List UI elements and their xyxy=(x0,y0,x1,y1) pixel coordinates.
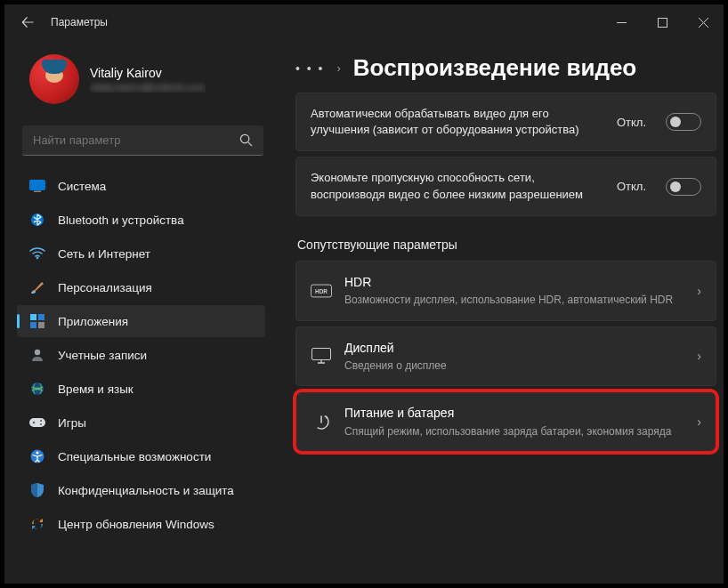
titlebar: Параметры xyxy=(4,4,724,40)
sidebar-item-privacy[interactable]: Конфиденциальность и защита xyxy=(17,474,265,506)
display-icon xyxy=(29,178,45,194)
sidebar-item-time-language[interactable]: Время и язык xyxy=(17,373,265,405)
user-name: Vitaliy Kairov xyxy=(90,66,206,80)
related-item-title: HDR xyxy=(344,274,684,292)
setting-auto-enhance-video: Автоматически обрабатывать видео для его… xyxy=(295,93,716,151)
sidebar-item-network[interactable]: Сеть и Интернет xyxy=(17,238,265,270)
sidebar-item-label: Игры xyxy=(58,416,86,430)
power-icon xyxy=(311,411,332,432)
page-title: Воспроизведение видео xyxy=(353,54,636,82)
sidebar-item-label: Центр обновления Windows xyxy=(58,518,214,531)
chevron-right-icon: › xyxy=(336,61,340,75)
related-item-subtitle: Спящий режим, использование заряда батар… xyxy=(344,424,684,439)
sidebar-item-accessibility[interactable]: Специальные возможности xyxy=(17,440,265,472)
svg-point-5 xyxy=(36,257,39,260)
update-icon xyxy=(29,516,45,532)
svg-rect-9 xyxy=(38,322,44,328)
sidebar-item-apps[interactable]: Приложения xyxy=(17,305,265,337)
svg-rect-6 xyxy=(30,314,36,320)
sidebar-item-system[interactable]: Система xyxy=(17,170,265,202)
minimize-button[interactable] xyxy=(601,4,642,40)
main-content[interactable]: • • • › Воспроизведение видео Автоматиче… xyxy=(276,40,724,584)
related-settings-heading: Сопутствующие параметры xyxy=(297,238,716,252)
window-title: Параметры xyxy=(51,16,108,28)
svg-rect-12 xyxy=(29,418,45,427)
sidebar-item-label: Специальные возможности xyxy=(58,450,211,463)
search-input[interactable] xyxy=(33,133,239,147)
sidebar-item-windows-update[interactable]: Центр обновления Windows xyxy=(17,508,265,540)
bluetooth-icon xyxy=(29,212,45,228)
svg-rect-8 xyxy=(30,322,36,328)
sidebar-item-label: Персонализация xyxy=(58,281,152,294)
related-item-subtitle: Сведения о дисплее xyxy=(344,358,684,373)
highlight-frame: Питание и батарея Спящий режим, использо… xyxy=(295,391,716,452)
monitor-icon xyxy=(311,345,332,366)
user-profile[interactable]: Vitaliy Kairov vitaliy.kairov@outlook.co… xyxy=(4,47,276,118)
setting-low-res-video: Экономьте пропускную способность сети, в… xyxy=(295,157,716,215)
svg-rect-0 xyxy=(658,18,667,27)
svg-rect-3 xyxy=(34,191,41,193)
sidebar-item-label: Система xyxy=(58,180,106,193)
sidebar-item-label: Сеть и Интернет xyxy=(58,247,150,261)
related-power-battery[interactable]: Питание и батарея Спящий режим, использо… xyxy=(295,391,716,452)
sidebar-item-bluetooth[interactable]: Bluetooth и устройства xyxy=(17,204,265,236)
related-item-title: Питание и батарея xyxy=(344,405,684,423)
settings-window: Параметры Vitaliy Kairov vitaliy.kairov@… xyxy=(4,4,724,584)
sidebar-item-label: Bluetooth и устройства xyxy=(58,213,184,227)
sidebar: Vitaliy Kairov vitaliy.kairov@outlook.co… xyxy=(4,40,276,584)
toggle-state-label: Откл. xyxy=(617,116,646,129)
svg-point-10 xyxy=(35,350,40,355)
svg-point-15 xyxy=(40,423,42,425)
maximize-icon xyxy=(658,18,667,28)
toggle-switch[interactable] xyxy=(666,113,701,131)
maximize-button[interactable] xyxy=(642,4,683,40)
brush-icon xyxy=(29,279,45,295)
sidebar-item-label: Конфиденциальность и защита xyxy=(58,484,234,497)
setting-label: Экономьте пропускную способность сети, в… xyxy=(311,170,604,202)
sidebar-item-label: Приложения xyxy=(58,315,128,328)
accessibility-icon xyxy=(29,448,45,464)
nav-list[interactable]: Система Bluetooth и устройства Сеть и Ин… xyxy=(4,168,276,584)
search-icon xyxy=(239,133,253,147)
setting-label: Автоматически обрабатывать видео для его… xyxy=(311,106,604,138)
breadcrumb-overflow[interactable]: • • • xyxy=(295,61,324,76)
svg-point-13 xyxy=(33,422,35,423)
svg-text:HDR: HDR xyxy=(315,287,328,294)
chevron-right-icon: › xyxy=(697,415,701,429)
apps-icon xyxy=(29,313,45,329)
user-email: vitaliy.kairov@outlook.com xyxy=(90,82,206,93)
minimize-icon xyxy=(617,18,627,28)
related-hdr[interactable]: HDR HDR Возможности дисплея, использован… xyxy=(295,261,716,321)
globe-icon xyxy=(29,381,45,397)
close-button[interactable] xyxy=(683,4,724,40)
sidebar-item-personalization[interactable]: Персонализация xyxy=(17,271,265,303)
arrow-left-icon xyxy=(21,16,34,28)
chevron-right-icon: › xyxy=(697,349,701,363)
svg-rect-20 xyxy=(312,349,331,360)
close-icon xyxy=(699,18,708,28)
related-item-subtitle: Возможности дисплея, использование HDR, … xyxy=(344,293,684,307)
search-box[interactable] xyxy=(22,125,263,156)
sidebar-item-label: Учетные записи xyxy=(58,349,147,362)
breadcrumb: • • • › Воспроизведение видео xyxy=(295,54,716,82)
sidebar-item-label: Время и язык xyxy=(58,383,133,396)
svg-point-14 xyxy=(40,420,42,422)
related-item-title: Дисплей xyxy=(344,340,684,358)
svg-point-17 xyxy=(36,451,38,454)
svg-point-1 xyxy=(240,134,248,142)
avatar xyxy=(29,54,79,104)
back-button[interactable] xyxy=(19,13,36,31)
sidebar-item-gaming[interactable]: Игры xyxy=(17,407,265,439)
hdr-icon: HDR xyxy=(311,280,332,302)
toggle-switch[interactable] xyxy=(666,178,701,196)
shield-icon xyxy=(29,482,45,498)
window-controls xyxy=(601,4,724,40)
svg-rect-2 xyxy=(30,181,45,190)
gamepad-icon xyxy=(29,415,45,431)
toggle-state-label: Откл. xyxy=(617,180,646,193)
person-icon xyxy=(29,347,45,363)
related-display[interactable]: Дисплей Сведения о дисплее › xyxy=(295,326,716,387)
sidebar-item-accounts[interactable]: Учетные записи xyxy=(17,339,265,371)
svg-rect-7 xyxy=(38,314,44,320)
wifi-icon xyxy=(29,246,45,262)
